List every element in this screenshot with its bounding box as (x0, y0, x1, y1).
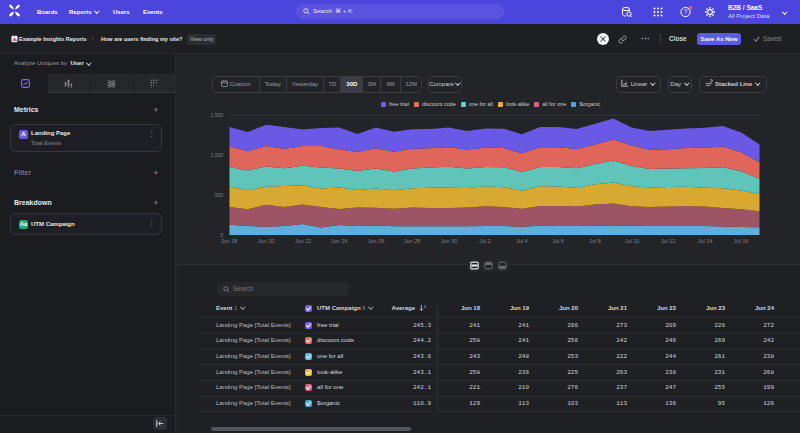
svg-text:?: ? (684, 8, 688, 15)
svg-text:1: 1 (424, 304, 427, 309)
